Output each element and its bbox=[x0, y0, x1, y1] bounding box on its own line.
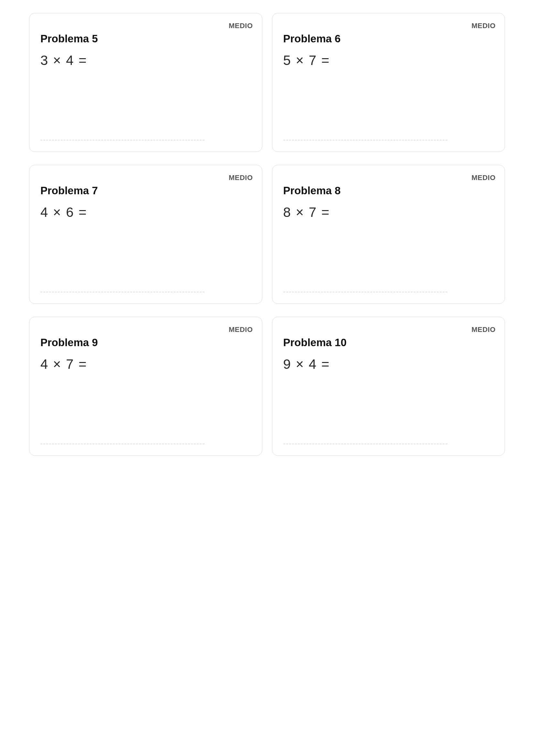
problem-title: Problema 9 bbox=[40, 337, 251, 349]
answer-line bbox=[283, 444, 447, 445]
problem-label-prefix: Problema bbox=[40, 33, 89, 44]
problem-title: Problema 5 bbox=[40, 33, 251, 45]
problem-title: Problema 6 bbox=[283, 33, 494, 45]
problem-number: 10 bbox=[335, 337, 347, 348]
answer-line bbox=[40, 291, 205, 292]
problem-equation: 5 × 7 = bbox=[283, 53, 494, 68]
answer-line bbox=[40, 140, 205, 141]
difficulty-badge: MEDIO bbox=[229, 174, 253, 182]
problem-number: 7 bbox=[92, 185, 98, 197]
problem-grid: MEDIO Problema 5 3 × 4 = MEDIO Problema … bbox=[29, 13, 505, 456]
difficulty-badge: MEDIO bbox=[229, 22, 253, 30]
problem-number: 6 bbox=[335, 33, 341, 44]
problem-label-prefix: Problema bbox=[283, 185, 332, 197]
answer-line bbox=[283, 291, 447, 292]
difficulty-badge: MEDIO bbox=[471, 22, 496, 30]
problem-number: 9 bbox=[92, 337, 98, 348]
problem-label-prefix: Problema bbox=[283, 337, 332, 348]
problem-card: MEDIO Problema 7 4 × 6 = bbox=[29, 165, 262, 304]
problem-card: MEDIO Problema 10 9 × 4 = bbox=[272, 317, 505, 456]
problem-card: MEDIO Problema 6 5 × 7 = bbox=[272, 13, 505, 152]
problem-equation: 4 × 6 = bbox=[40, 204, 251, 220]
difficulty-badge: MEDIO bbox=[229, 325, 253, 334]
problem-number: 5 bbox=[92, 33, 98, 44]
problem-title: Problema 8 bbox=[283, 185, 494, 197]
problem-card: MEDIO Problema 5 3 × 4 = bbox=[29, 13, 262, 152]
difficulty-badge: MEDIO bbox=[471, 325, 496, 334]
answer-line bbox=[40, 444, 205, 445]
difficulty-badge: MEDIO bbox=[471, 174, 496, 182]
problem-label-prefix: Problema bbox=[283, 33, 332, 44]
problem-label-prefix: Problema bbox=[40, 185, 89, 197]
answer-line bbox=[283, 140, 447, 141]
problem-number: 8 bbox=[335, 185, 341, 197]
problem-card: MEDIO Problema 9 4 × 7 = bbox=[29, 317, 262, 456]
problem-label-prefix: Problema bbox=[40, 337, 89, 348]
problem-card: MEDIO Problema 8 8 × 7 = bbox=[272, 165, 505, 304]
problem-title: Problema 10 bbox=[283, 337, 494, 349]
problem-equation: 3 × 4 = bbox=[40, 53, 251, 68]
problem-title: Problema 7 bbox=[40, 185, 251, 197]
problem-equation: 8 × 7 = bbox=[283, 204, 494, 220]
problem-equation: 9 × 4 = bbox=[283, 357, 494, 372]
problem-equation: 4 × 7 = bbox=[40, 357, 251, 372]
